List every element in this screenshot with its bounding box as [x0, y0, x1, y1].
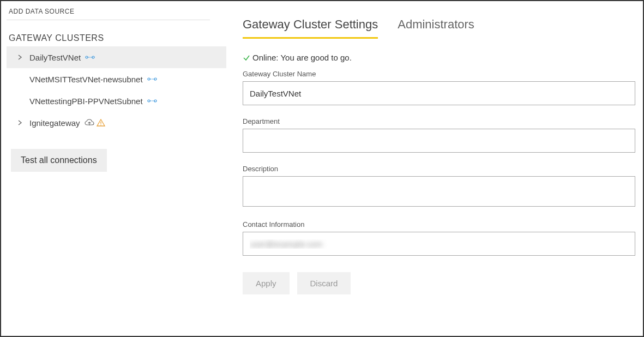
cloud-icon	[85, 119, 94, 127]
svg-point-0	[86, 56, 88, 58]
cluster-label: DailyTestVNet	[29, 53, 81, 62]
discard-button[interactable]: Discard	[297, 272, 351, 294]
check-icon	[243, 54, 250, 62]
cluster-item-vnettestingpbi[interactable]: VNettestingPBI-PPVNetSubnet	[7, 90, 226, 112]
department-input[interactable]	[243, 129, 635, 153]
description-input[interactable]	[243, 176, 635, 207]
sidebar: ADD DATA SOURCE GATEWAY CLUSTERS DailyTe…	[1, 1, 226, 336]
apply-button[interactable]: Apply	[243, 272, 290, 294]
status-text: Online: You are good to go.	[252, 53, 352, 62]
cluster-item-ignitegateway[interactable]: Ignitegateway	[7, 112, 226, 134]
vnet-link-icon	[147, 98, 157, 104]
gateway-cluster-name-input[interactable]	[243, 81, 635, 105]
contact-information-input[interactable]	[243, 232, 635, 256]
svg-point-8	[154, 100, 157, 102]
cluster-item-vnetmsit[interactable]: VNetMSITTestVNet-newsubnet	[7, 68, 226, 90]
svg-point-2	[92, 56, 94, 58]
chevron-right-icon	[15, 120, 25, 125]
tab-gateway-cluster-settings[interactable]: Gateway Cluster Settings	[243, 17, 378, 39]
vnet-link-icon	[147, 76, 157, 82]
description-label: Description	[243, 165, 635, 173]
contact-information-label: Contact Information	[243, 220, 635, 228]
gateway-cluster-name-label: Gateway Cluster Name	[243, 70, 635, 78]
main-panel: Gateway Cluster Settings Administrators …	[226, 1, 643, 336]
tab-administrators[interactable]: Administrators	[398, 17, 474, 39]
test-all-connections-button[interactable]: Test all connections	[11, 149, 107, 172]
gateway-cluster-list: DailyTestVNet VNetMSITTestVNet-newsubnet	[7, 46, 226, 134]
cluster-item-dailytestvnet[interactable]: DailyTestVNet	[7, 46, 226, 68]
cluster-label: VNetMSITTestVNet-newsubnet	[29, 75, 143, 84]
cluster-label: VNettestingPBI-PPVNetSubnet	[29, 97, 143, 106]
status-row: Online: You are good to go.	[243, 53, 635, 62]
vnet-link-icon	[85, 55, 95, 60]
tabs: Gateway Cluster Settings Administrators	[243, 17, 635, 39]
add-data-source-link[interactable]: ADD DATA SOURCE	[7, 5, 226, 20]
svg-point-6	[148, 100, 150, 102]
svg-point-3	[148, 78, 150, 80]
department-label: Department	[243, 117, 635, 125]
divider	[7, 20, 210, 20]
warning-icon	[97, 119, 105, 127]
chevron-right-icon	[15, 55, 25, 60]
gateway-clusters-heading: GATEWAY CLUSTERS	[7, 33, 226, 46]
svg-point-5	[154, 78, 157, 80]
cluster-label: Ignitegateway	[29, 118, 80, 128]
svg-point-10	[100, 124, 101, 125]
